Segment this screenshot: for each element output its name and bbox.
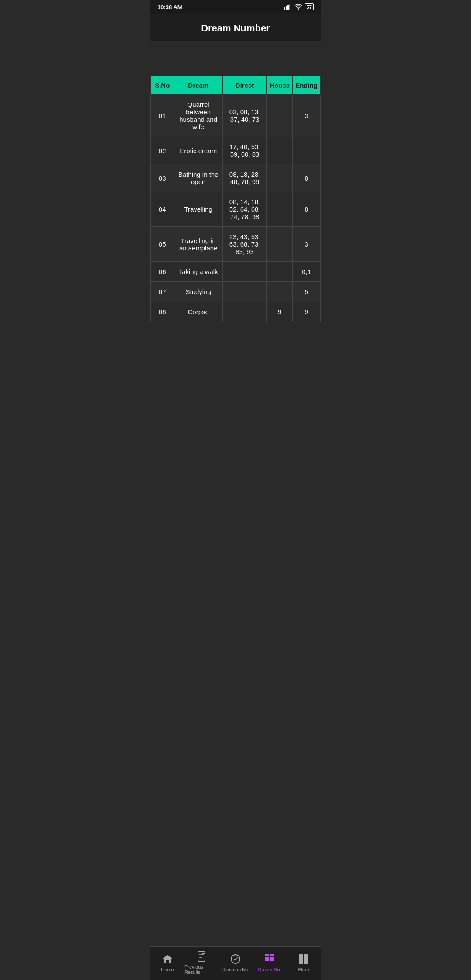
page-title: Dream Number (150, 14, 321, 41)
status-bar: 10:38 AM 57 (150, 0, 321, 14)
svg-rect-3 (289, 4, 290, 10)
cell-dream: Bathing in the open (174, 164, 222, 192)
battery-icon: 57 (305, 3, 314, 10)
previous-results-icon (195, 950, 208, 963)
cell-ending: 5 (293, 282, 321, 302)
wifi-icon (294, 4, 302, 10)
cell-direct: 08, 18, 28, 48, 78, 98 (222, 164, 266, 192)
table-row: 05Travelling in an aeroplane23, 43, 53, … (151, 227, 321, 262)
cell-direct: 17, 40, 53, 59, 60, 83 (222, 137, 266, 164)
svg-rect-11 (270, 957, 274, 961)
cell-ending: 8 (293, 192, 321, 227)
cell-sno: 01 (151, 95, 174, 137)
home-icon (161, 953, 174, 965)
svg-rect-10 (265, 957, 269, 961)
svg-rect-13 (270, 954, 274, 956)
table-row: 07Studying5 (151, 282, 321, 302)
cell-sno: 03 (151, 164, 174, 192)
dream-table: S.No Dream Direct House Ending 01Quarrel… (150, 76, 321, 322)
table-row: 02Erotic dream17, 40, 53, 59, 60, 83 (151, 137, 321, 164)
col-header-house: House (267, 76, 293, 95)
nav-more[interactable]: More (287, 953, 321, 972)
cell-ending: 0,1 (293, 262, 321, 282)
cell-sno: 06 (151, 262, 174, 282)
common-no-icon (229, 953, 242, 965)
cell-dream: Quarrel between husband and wife (174, 95, 222, 137)
dream-no-icon (263, 953, 276, 965)
table-container: S.No Dream Direct House Ending 01Quarrel… (150, 76, 321, 980)
cell-house (267, 192, 293, 227)
nav-dream-no[interactable]: Dream No. (253, 953, 287, 972)
cell-dream: Travelling (174, 192, 222, 227)
cell-house (267, 164, 293, 192)
time: 10:38 AM (157, 4, 182, 10)
bottom-nav: Home Previous Results Common No. (150, 946, 321, 980)
cell-house: 9 (267, 302, 293, 322)
status-icons: 57 (284, 3, 314, 10)
cell-house (267, 282, 293, 302)
svg-rect-15 (304, 954, 308, 959)
nav-home-label: Home (161, 967, 174, 972)
cell-sno: 02 (151, 137, 174, 164)
table-row: 04Travelling08, 14, 18, 52, 64, 68, 74, … (151, 192, 321, 227)
nav-common-no-label: Common No. (222, 967, 250, 972)
nav-home[interactable]: Home (150, 953, 184, 972)
svg-rect-12 (265, 954, 269, 956)
table-row: 01Quarrel between husband and wife03, 08… (151, 95, 321, 137)
cell-direct: 03, 08, 13, 37, 40, 73 (222, 95, 266, 137)
svg-rect-16 (299, 959, 303, 964)
svg-rect-17 (304, 959, 308, 964)
cell-house (267, 137, 293, 164)
cell-house (267, 227, 293, 262)
table-row: 06Taking a walk0,1 (151, 262, 321, 282)
cell-sno: 08 (151, 302, 174, 322)
svg-rect-14 (299, 954, 303, 959)
nav-dream-no-label: Dream No. (258, 967, 281, 972)
col-header-sno: S.No (151, 76, 174, 95)
col-header-direct: Direct (222, 76, 266, 95)
svg-rect-0 (284, 7, 285, 10)
cell-house (267, 262, 293, 282)
nav-previous-results-label: Previous Results (184, 964, 218, 975)
ad-space (150, 41, 321, 76)
cell-ending: 8 (293, 164, 321, 192)
cell-house (267, 95, 293, 137)
table-row: 08Corpse99 (151, 302, 321, 322)
col-header-dream: Dream (174, 76, 222, 95)
cell-sno: 04 (151, 192, 174, 227)
cell-dream: Corpse (174, 302, 222, 322)
svg-rect-1 (286, 6, 287, 10)
cell-ending: 3 (293, 227, 321, 262)
svg-point-4 (297, 8, 299, 10)
cell-sno: 07 (151, 282, 174, 302)
cell-dream: Erotic dream (174, 137, 222, 164)
svg-rect-2 (287, 5, 289, 10)
cell-sno: 05 (151, 227, 174, 262)
nav-common-no[interactable]: Common No. (218, 953, 253, 972)
cell-dream: Taking a walk (174, 262, 222, 282)
col-header-ending: Ending (293, 76, 321, 95)
table-row: 03Bathing in the open08, 18, 28, 48, 78,… (151, 164, 321, 192)
nav-previous-results[interactable]: Previous Results (184, 950, 218, 975)
nav-more-label: More (298, 967, 309, 972)
cell-direct (222, 262, 266, 282)
more-icon (297, 953, 310, 965)
cell-direct: 08, 14, 18, 52, 64, 68, 74, 78, 98 (222, 192, 266, 227)
cell-ending: 9 (293, 302, 321, 322)
cell-direct (222, 302, 266, 322)
cell-dream: Studying (174, 282, 222, 302)
cell-dream: Travelling in an aeroplane (174, 227, 222, 262)
signal-icon (284, 4, 292, 10)
cell-direct (222, 282, 266, 302)
cell-ending (293, 137, 321, 164)
cell-direct: 23, 43, 53, 63, 68, 73, 83, 93 (222, 227, 266, 262)
cell-ending: 3 (293, 95, 321, 137)
